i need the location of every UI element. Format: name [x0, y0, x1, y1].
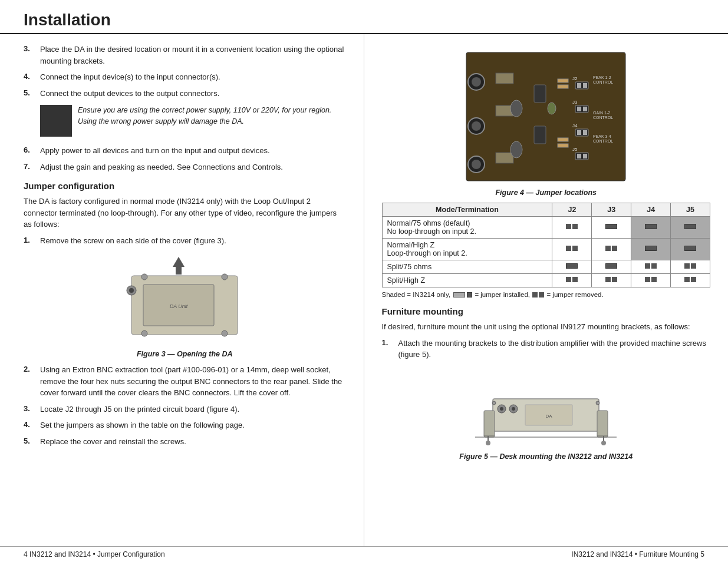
svg-point-2	[129, 288, 134, 293]
jumper-step-3-text: Locate J2 through J5 on the printed circ…	[40, 404, 239, 415]
figure-5-caption: Figure 5 — Desk mounting the IN3212 and …	[459, 452, 633, 461]
jumper-step-5: 5. Replace the cover and reinstall the s…	[24, 436, 346, 448]
jumper-row-2-j2	[552, 239, 592, 260]
svg-rect-49	[558, 138, 568, 141]
jumper-table-header-row: Mode/Termination J2 J3 J4 J5	[382, 203, 710, 217]
svg-text:PEAK 1-2: PEAK 1-2	[593, 75, 611, 80]
step-4-num: 4.	[24, 71, 40, 83]
figure-3-caption: Figure 3 — Opening the DA	[137, 350, 233, 358]
j2-removed	[565, 223, 578, 232]
jumper-table: Mode/Termination J2 J3 J4 J5 Normal/75 o…	[382, 203, 711, 287]
footer-left: 4 IN3212 and IN3214 • Jumper Configurati…	[24, 550, 165, 558]
jumper-row-4-j2	[552, 274, 592, 287]
warning-box: Ensure you are using the correct power s…	[40, 105, 346, 137]
svg-point-6	[141, 274, 147, 280]
svg-text:J3: J3	[572, 100, 578, 105]
warning-icon	[40, 105, 72, 137]
jumper-row-2: Normal/High ZLoop-through on input 2.	[382, 239, 710, 260]
furniture-heading: Furniture mounting	[382, 306, 711, 316]
jumper-row-2-j5	[671, 239, 710, 260]
figure-4-image: J2 J3 J4 J5 PEAK	[463, 49, 628, 185]
svg-rect-26	[577, 83, 581, 88]
jumper-row-3-j4	[631, 260, 671, 274]
col-j5: J5	[671, 203, 710, 217]
jumper-row-4-j4	[631, 274, 671, 287]
svg-point-61	[492, 401, 496, 405]
furniture-text: If desired, furniture mount the unit usi…	[382, 321, 711, 333]
svg-rect-35	[583, 130, 587, 135]
figure-3-image: DA Unit	[120, 252, 249, 346]
jumper-row-1-j5	[671, 217, 710, 239]
svg-point-62	[596, 401, 599, 405]
step-5-text: Connect the output devices to the output…	[40, 88, 219, 100]
jumper-row-2-j4	[631, 239, 671, 260]
jumper-step-1-text: Remove the screw on each side of the cov…	[40, 235, 226, 247]
jumper-step-3: 3. Locate J2 through J5 on the printed c…	[24, 404, 346, 415]
jumper-step-2-text: Using an Extron BNC extraction tool (par…	[40, 364, 346, 399]
jumper-note-installed-label: = jumper installed,	[475, 291, 530, 298]
svg-point-58	[500, 407, 503, 411]
svg-point-23	[510, 141, 522, 158]
svg-marker-5	[173, 257, 185, 275]
step-4-text: Connect the input device(s) to the input…	[40, 71, 220, 83]
jumper-row-1-mode: Normal/75 ohms (default)No loop-through …	[382, 217, 552, 239]
jumper-row-1: Normal/75 ohms (default)No loop-through …	[382, 217, 710, 239]
svg-point-68	[601, 441, 606, 445]
svg-text:J4: J4	[572, 123, 578, 128]
svg-point-60	[512, 407, 515, 411]
jumper-note: Shaded = IN3214 only, = jumper installed…	[382, 291, 711, 298]
svg-point-9	[222, 330, 228, 336]
step-5: 5. Connect the output devices to the out…	[24, 88, 346, 100]
step-7-text: Adjust the gain and peaking as needed. S…	[40, 161, 283, 173]
svg-text:DA Unit: DA Unit	[170, 303, 188, 309]
svg-text:GAIN 1-2: GAIN 1-2	[593, 111, 610, 115]
intro-steps: 3. Place the DA in the desired location …	[24, 44, 346, 99]
figure-4-container: J2 J3 J4 J5 PEAK	[382, 49, 711, 197]
step-4: 4. Connect the input device(s) to the in…	[24, 71, 346, 83]
svg-text:PEAK 3-4: PEAK 3-4	[593, 134, 611, 138]
step-6: 6. Apply power to all devices and turn o…	[24, 145, 346, 157]
jumper-config-heading: Jumper configuration	[24, 181, 346, 191]
page-footer: 4 IN3212 and IN3214 • Jumper Configurati…	[0, 546, 728, 562]
left-column: 3. Place the DA in the desired location …	[0, 34, 364, 546]
svg-point-14	[472, 121, 481, 131]
jumper-row-4-mode: Split/High Z	[382, 274, 552, 287]
j4-installed-shaded	[644, 223, 657, 232]
step-7: 7. Adjust the gain and peaking as needed…	[24, 161, 346, 173]
step-6-num: 6.	[24, 145, 40, 157]
jumper-note-shaded: Shaded = IN3214 only,	[382, 291, 450, 298]
jumper-step-1: 1. Remove the screw on each side of the …	[24, 235, 346, 247]
col-mode: Mode/Termination	[382, 203, 552, 217]
svg-point-7	[222, 274, 228, 280]
step-7-num: 7.	[24, 161, 40, 173]
jumper-config-text: The DA is factory configured in normal m…	[24, 196, 346, 230]
jumper-note-removed-label: = jumper removed.	[546, 291, 603, 298]
jumper-row-3: Split/75 ohms	[382, 260, 710, 274]
figure-4-caption: Figure 4 — Jumper locations	[495, 189, 597, 197]
svg-point-8	[141, 330, 147, 336]
right-column: J2 J3 J4 J5 PEAK	[364, 34, 729, 546]
jumper-step-4-text: Set the jumpers as shown in the table on…	[40, 419, 245, 431]
j3-installed	[605, 223, 618, 232]
step-3: 3. Place the DA in the desired location …	[24, 44, 346, 67]
svg-point-66	[486, 441, 490, 445]
jumper-row-1-j4	[631, 217, 671, 239]
jumper-row-4: Split/High Z	[382, 274, 710, 287]
svg-rect-55	[597, 411, 608, 437]
furniture-step-1: 1. Attach the mounting brackets to the d…	[382, 338, 711, 361]
figure-5-container: DA Figure 5 — Desk mounting the IN3212 a…	[382, 366, 711, 461]
jumper-step-5-num: 5.	[24, 436, 40, 448]
figure-3-container: DA Unit Figure 3 — Opening the DA	[24, 252, 346, 358]
svg-rect-38	[577, 154, 581, 158]
svg-rect-30	[577, 107, 581, 111]
jumper-row-4-j5	[671, 274, 710, 287]
svg-text:CONTROL: CONTROL	[593, 139, 613, 143]
svg-point-22	[510, 100, 522, 117]
page-title: Installation	[24, 11, 704, 29]
svg-text:J2: J2	[572, 76, 578, 81]
svg-rect-21	[534, 126, 546, 144]
col-j3: J3	[592, 203, 631, 217]
step-3-num: 3.	[24, 44, 40, 67]
jumper-row-1-j2	[552, 217, 592, 239]
svg-point-16	[472, 160, 481, 169]
